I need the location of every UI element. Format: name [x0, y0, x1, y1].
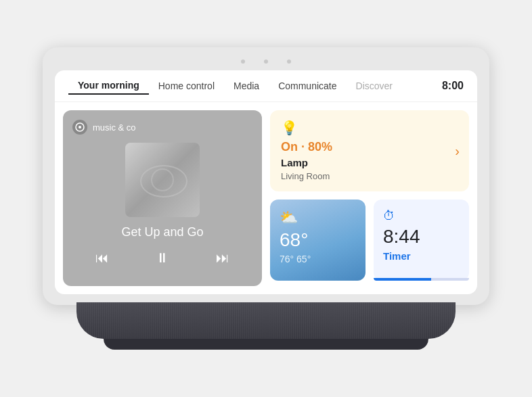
lamp-arrow-icon: ›	[455, 143, 460, 159]
music-controls: ⏮ ⏸ ⏭	[72, 245, 252, 271]
play-pause-button[interactable]: ⏸	[149, 248, 176, 268]
weather-icon: ⛅	[280, 209, 298, 227]
speaker-base	[76, 302, 456, 339]
speaker-base-bottom	[104, 339, 428, 350]
speaker-fabric	[76, 302, 456, 339]
nav-item-communicate[interactable]: Communicate	[269, 78, 346, 94]
timer-label: Timer	[383, 250, 460, 262]
weather-temperature: 68°	[280, 229, 356, 251]
content-grid: music & co Get Up and Go ⏮ ⏸ ⏭ 💡	[55, 102, 477, 294]
song-title: Get Up and Go	[72, 225, 252, 239]
prev-button[interactable]: ⏮	[89, 248, 116, 268]
lamp-name: Lamp	[281, 157, 458, 168]
lamp-status: On · 80%	[281, 140, 458, 154]
screen-inner: Your morning Home control Media Communic…	[55, 70, 477, 294]
music-card[interactable]: music & co Get Up and Go ⏮ ⏸ ⏭	[63, 110, 262, 286]
nav-item-media[interactable]: Media	[224, 78, 269, 94]
timer-icon: ⏱	[383, 209, 460, 223]
nav-time: 8:00	[442, 80, 464, 92]
timer-card[interactable]: ⏱ 8:44 Timer	[374, 200, 469, 281]
weather-range: 76° 65°	[280, 254, 356, 264]
music-source-label: music & co	[93, 122, 136, 133]
nav-item-discover[interactable]: Discover	[347, 78, 402, 94]
weather-icon-row: ⛅	[280, 209, 356, 227]
svg-point-1	[79, 126, 81, 129]
nav-bar: Your morning Home control Media Communic…	[55, 70, 477, 102]
camera-dot-right	[287, 60, 291, 64]
camera-bar	[55, 60, 477, 64]
lamp-icon: 💡	[281, 120, 458, 136]
weather-card[interactable]: ⛅ 68° 76° 65°	[270, 200, 365, 281]
music-app-icon	[72, 120, 87, 135]
next-button[interactable]: ⏭	[209, 248, 236, 268]
lamp-card[interactable]: 💡 On · 80% Lamp Living Room ›	[270, 110, 469, 191]
camera-dot-center	[264, 60, 268, 64]
album-art	[125, 143, 200, 217]
bottom-row: ⛅ 68° 76° 65° ⏱ 8:44 Timer	[270, 200, 469, 281]
timer-progress-fill	[374, 278, 431, 281]
nav-item-your-morning[interactable]: Your morning	[68, 77, 149, 95]
timer-time: 8:44	[383, 226, 460, 248]
camera-dot-left	[241, 60, 245, 64]
screen-body: Your morning Home control Media Communic…	[43, 47, 489, 305]
nav-item-home-control[interactable]: Home control	[149, 78, 224, 94]
lamp-location: Living Room	[281, 171, 458, 181]
google-nest-hub: Your morning Home control Media Communic…	[43, 47, 489, 350]
music-header: music & co	[72, 120, 136, 135]
timer-progress-bar	[374, 278, 469, 281]
right-column: 💡 On · 80% Lamp Living Room › ⛅	[270, 110, 469, 286]
